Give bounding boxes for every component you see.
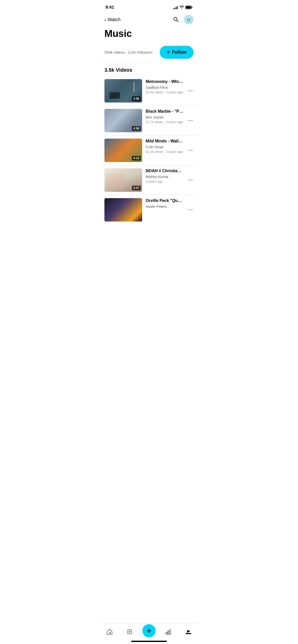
more-dots-icon: [188, 209, 193, 210]
video-title: Black Marble - "Privat...: [146, 109, 183, 114]
video-menu-button[interactable]: [187, 89, 194, 92]
video-info: Black Marble - "Privat...Ben Joyner22.7k…: [146, 109, 183, 124]
video-thumbnail: [104, 198, 142, 222]
video-item[interactable]: 3:47NOAH // Christian Löffl...Mishka Kor…: [99, 165, 199, 195]
status-bar: 9:41: [99, 0, 199, 13]
search-button[interactable]: [172, 15, 180, 24]
battery-icon: [185, 6, 193, 9]
video-menu-button[interactable]: [187, 119, 194, 122]
video-duration: 4:15: [132, 156, 141, 160]
wifi-icon: [179, 6, 184, 9]
video-menu-button[interactable]: [187, 179, 194, 182]
video-item[interactable]: 3:58Metronomy - Whitsan...DadBod Films33…: [99, 76, 199, 106]
video-item[interactable]: 4:58Black Marble - "Privat...Ben Joyner2…: [99, 106, 199, 135]
video-meta: 22.7k views · 3 years ago: [146, 120, 183, 124]
video-creator: DadBod Films: [146, 85, 183, 90]
video-creator: Mishka Kornai: [146, 175, 183, 179]
svg-point-6: [187, 19, 188, 20]
video-thumbnail: 4:15: [104, 139, 142, 162]
video-info: Mild Minds - Walls (ft. ...Colin Read42.…: [146, 139, 183, 154]
back-chevron-icon: ‹: [104, 17, 106, 22]
thumbnail-image: [104, 198, 142, 222]
video-duration: 3:47: [132, 186, 141, 190]
video-info: NOAH // Christian Löffl...Mishka Kornai3…: [146, 168, 183, 183]
status-time: 9:41: [105, 5, 114, 10]
follow-label: Follow: [172, 50, 186, 55]
nav-bar: ‹ Watch: [99, 13, 199, 26]
more-dots-icon: [188, 150, 193, 151]
follow-button[interactable]: + Follow: [160, 46, 194, 59]
video-duration: 4:58: [132, 126, 141, 131]
video-duration: 3:58: [132, 96, 141, 101]
video-creator: Colin Read: [146, 145, 183, 149]
status-icons: [173, 6, 193, 9]
video-list: 3:58Metronomy - Whitsan...DadBod Films33…: [99, 76, 199, 225]
follow-plus-icon: +: [167, 49, 170, 55]
video-menu-button[interactable]: [187, 149, 194, 152]
nav-actions: [172, 15, 194, 24]
video-thumbnail: 3:58: [104, 79, 142, 103]
svg-point-5: [185, 16, 192, 23]
video-title: NOAH // Christian Löffl...: [146, 168, 183, 174]
channel-stats: 558k videos · 3.0m followers: [104, 50, 153, 54]
video-title: Mild Minds - Walls (ft. ...: [146, 139, 183, 144]
search-icon: [173, 16, 179, 22]
video-meta: 42.4k views · 3 years ago: [146, 150, 183, 154]
video-info: Metronomy - Whitsan...DadBod Films33.4k …: [146, 79, 183, 94]
back-label: Watch: [108, 17, 120, 22]
page-title-section: Music: [99, 26, 199, 43]
video-title: Metronomy - Whitsan...: [146, 79, 183, 84]
svg-rect-1: [186, 6, 191, 9]
video-item[interactable]: 4:15Mild Minds - Walls (ft. ...Colin Rea…: [99, 135, 199, 165]
video-thumbnail: 4:58: [104, 109, 142, 132]
video-info: Orville Peck "Queen of...Austin Peters: [146, 198, 183, 209]
more-dots-icon: [188, 180, 193, 181]
video-count-section: 3.5k Videos: [99, 63, 199, 76]
video-thumbnail: 3:47: [104, 168, 142, 192]
back-button[interactable]: ‹ Watch: [104, 17, 120, 22]
more-dots-icon: [188, 90, 193, 91]
svg-rect-2: [192, 7, 193, 8]
video-creator: Austin Peters: [146, 204, 183, 209]
video-item[interactable]: Orville Peck "Queen of...Austin Peters: [99, 195, 199, 225]
svg-point-7: [189, 19, 190, 20]
video-count: 3.5k Videos: [104, 67, 132, 73]
video-title: Orville Peck "Queen of...: [146, 198, 183, 203]
stats-follow-row: 558k videos · 3.0m followers + Follow: [99, 43, 199, 63]
video-meta: 3 years ago: [146, 180, 183, 183]
more-dots-icon: [188, 120, 193, 121]
video-creator: Ben Joyner: [146, 115, 183, 119]
signal-icon: [173, 6, 178, 9]
page-title: Music: [104, 28, 194, 39]
video-menu-button[interactable]: [187, 208, 194, 211]
svg-line-4: [177, 20, 179, 22]
avatar-face-icon: [185, 16, 192, 23]
video-meta: 33.4k views · 3 years ago: [146, 90, 183, 94]
avatar[interactable]: [184, 15, 194, 24]
